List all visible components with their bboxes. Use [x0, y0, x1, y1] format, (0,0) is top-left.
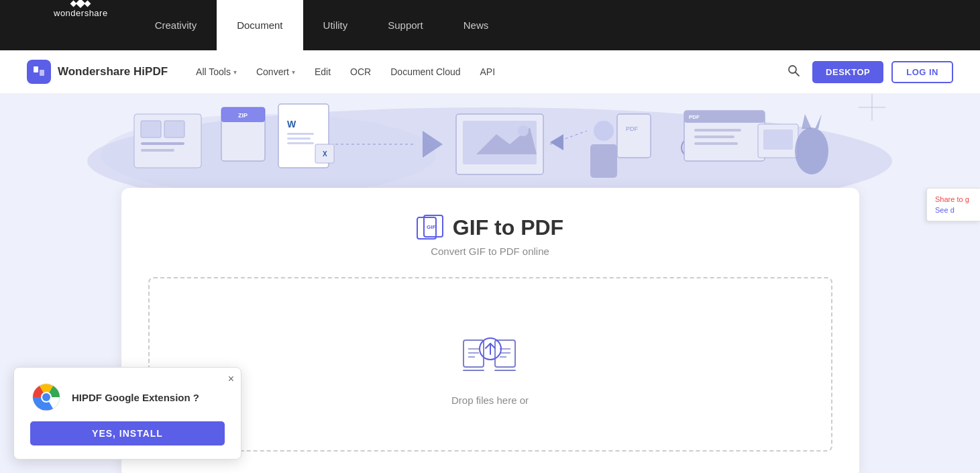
install-button[interactable]: YES, INSTALL	[30, 421, 225, 445]
top-nav-utility[interactable]: Utility	[303, 0, 368, 50]
tool-title-row: GIF GIF to PDF	[148, 215, 832, 240]
hero-banner: ZIP W X PDF PDF	[0, 94, 980, 188]
page-title: GIF to PDF	[453, 215, 563, 240]
wondershare-logo[interactable]: wondershare	[27, 0, 135, 50]
svg-text:ZIP: ZIP	[238, 112, 248, 119]
top-nav-links: Creativity Document Utility Support News	[135, 0, 509, 50]
svg-rect-8	[164, 121, 184, 138]
svg-rect-9	[141, 142, 184, 145]
top-navigation: wondershare Creativity Document Utility …	[0, 0, 980, 50]
sub-nav-api[interactable]: API	[472, 61, 504, 83]
svg-rect-18	[287, 142, 314, 144]
sub-nav-convert[interactable]: Convert ▾	[248, 61, 303, 83]
tool-icon: GIF	[417, 215, 445, 240]
chrome-extension-popup: × HIPDF Google Extension ? YES, INSTALL	[13, 367, 241, 460]
share-sidebar[interactable]: Share to g See d	[926, 188, 980, 221]
tool-subtitle: Convert GIF to PDF online	[148, 246, 832, 257]
svg-rect-37	[694, 129, 741, 132]
top-nav-document[interactable]: Document	[217, 0, 303, 50]
brand-name: wondershare	[54, 8, 108, 18]
tool-header: GIF GIF to PDF Convert GIF to PDF online	[148, 215, 832, 257]
top-nav-creativity[interactable]: Creativity	[135, 0, 217, 50]
popup-close-button[interactable]: ×	[228, 373, 234, 385]
sub-nav-links: All Tools ▾ Convert ▾ Edit OCR Document …	[188, 61, 783, 83]
svg-marker-43	[802, 114, 812, 129]
svg-rect-1	[40, 70, 44, 76]
svg-rect-39	[694, 142, 738, 145]
chrome-logo-icon	[30, 381, 62, 413]
svg-point-25	[518, 125, 529, 136]
svg-rect-7	[141, 121, 161, 138]
svg-text:X: X	[323, 150, 327, 158]
svg-rect-17	[287, 138, 311, 140]
sub-nav-ocr[interactable]: OCR	[342, 61, 379, 83]
popup-title: HIPDF Google Extension ?	[72, 392, 199, 403]
sub-nav-edit[interactable]: Edit	[307, 61, 339, 83]
top-nav-news[interactable]: News	[443, 0, 509, 50]
svg-rect-10	[141, 149, 174, 152]
svg-text:GIF: GIF	[427, 224, 435, 230]
svg-text:PDF: PDF	[689, 114, 700, 120]
sub-nav-actions: DESKTOP LOG IN	[783, 60, 953, 85]
svg-point-67	[42, 393, 50, 401]
popup-header: HIPDF Google Extension ?	[30, 381, 225, 413]
hipdf-logo-text: Wondershare HiPDF	[58, 65, 168, 78]
svg-rect-38	[694, 136, 734, 138]
hipdf-logo[interactable]: Wondershare HiPDF	[27, 60, 168, 84]
sub-nav-all-tools[interactable]: All Tools ▾	[188, 61, 245, 83]
svg-point-42	[795, 127, 828, 174]
sub-navigation: Wondershare HiPDF All Tools ▾ Convert ▾ …	[0, 50, 980, 94]
svg-rect-29	[617, 114, 651, 158]
chevron-down-icon: ▾	[233, 68, 237, 76]
svg-rect-41	[763, 129, 793, 150]
login-button[interactable]: LOG IN	[891, 61, 953, 83]
svg-rect-56	[495, 340, 515, 367]
sub-nav-document-cloud[interactable]: Document Cloud	[382, 61, 468, 83]
search-button[interactable]	[783, 60, 804, 85]
svg-rect-16	[287, 133, 314, 135]
svg-rect-0	[34, 66, 38, 72]
svg-text:PDF: PDF	[626, 125, 639, 132]
file-drop-zone[interactable]: Drop files here or	[148, 277, 832, 452]
drop-zone-text: Drop files here or	[451, 395, 529, 406]
svg-line-3	[796, 72, 800, 76]
svg-point-27	[594, 121, 614, 141]
desktop-button[interactable]: DESKTOP	[812, 61, 883, 83]
top-nav-support[interactable]: Support	[368, 0, 443, 50]
hipdf-logo-icon	[27, 60, 51, 84]
svg-rect-28	[590, 144, 617, 178]
share-line2: See d	[935, 206, 972, 214]
svg-text:W: W	[287, 119, 296, 129]
share-line1: Share to g	[935, 195, 972, 203]
chevron-down-icon: ▾	[292, 68, 295, 76]
svg-marker-44	[815, 114, 822, 129]
upload-icon	[460, 323, 521, 384]
